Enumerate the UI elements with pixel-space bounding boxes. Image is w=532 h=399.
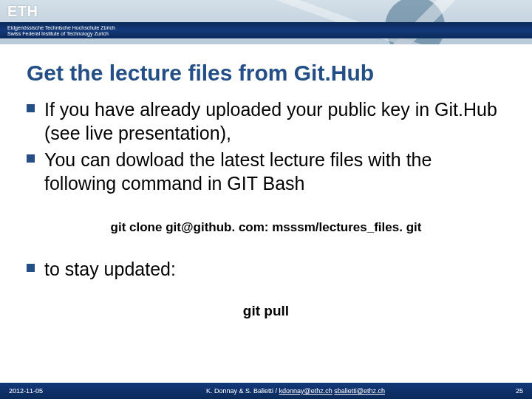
footer-bar: 2012-11-05 K. Donnay & S. Balietti / kdo… [0,383,532,399]
header-banner: ETH Eidgenössische Technische Hochschule… [0,0,532,44]
bullet-3: to stay updated: [27,257,505,281]
footer-date: 2012-11-05 [9,387,98,395]
slide: ETH Eidgenössische Technische Hochschule… [0,0,532,399]
git-pull-command: git pull [27,303,505,319]
bullet-list-2: to stay updated: [27,257,505,281]
eth-subtitle-en: Swiss Federal Institute of Technology Zu… [7,31,109,36]
slide-body: If you have already uploaded your public… [0,93,532,383]
footer-authors: K. Donnay & S. Balietti / kdonnay@ethz.c… [98,387,494,395]
footer-page-number: 25 [494,387,523,395]
bullet-list: If you have already uploaded your public… [27,98,505,195]
footer-email-1[interactable]: kdonnay@ethz.ch [279,387,332,395]
slide-title: Get the lecture files from Git.Hub [0,44,532,93]
eth-logo: ETH [7,3,38,20]
bullet-1: If you have already uploaded your public… [27,98,505,145]
eth-subtitle: Eidgenössische Technische Hochschule Zür… [7,25,115,37]
footer-email-2[interactable]: sbalietti@ethz.ch [334,387,385,395]
eth-subtitle-de: Eidgenössische Technische Hochschule Zür… [7,25,115,30]
footer-author-names: K. Donnay & S. Balietti / [206,387,279,395]
git-clone-command: git clone git@github. com: msssm/lecture… [27,220,505,235]
bullet-2: You can dowload the latest lecture files… [27,148,505,195]
